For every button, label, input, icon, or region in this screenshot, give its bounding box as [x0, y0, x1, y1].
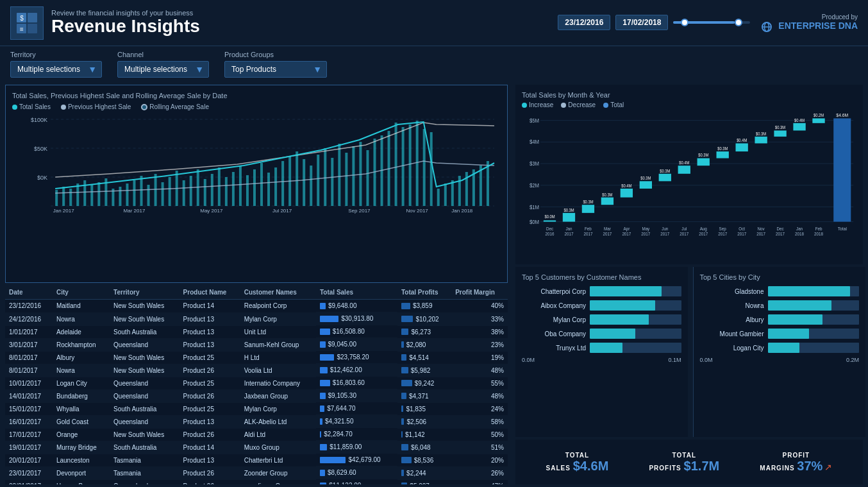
- cell-product: Product 13: [179, 454, 240, 466]
- col-territory[interactable]: Territory: [110, 286, 179, 300]
- cell-margin: 55%: [451, 377, 508, 389]
- date-end-badge[interactable]: 17/02/2018: [615, 15, 668, 30]
- cell-customer: Aldi Ltd: [240, 428, 316, 441]
- cell-territory: New South Wales: [110, 428, 179, 441]
- cell-profits: $1,835: [397, 402, 451, 415]
- table-scroll[interactable]: Date City Territory Product Name Custome…: [5, 286, 508, 484]
- app-icon: $ ≡: [10, 6, 44, 40]
- left-column: Total Sales, Previous Highest Sale and R…: [0, 82, 513, 487]
- cell-customer: sanofi-ave Group: [240, 479, 316, 484]
- cell-territory: Tasmania: [110, 466, 179, 479]
- svg-rect-65: [402, 127, 405, 206]
- cell-date: 3/01/2017: [5, 338, 53, 351]
- col-date[interactable]: Date: [5, 286, 53, 300]
- svg-rect-68: [423, 129, 426, 206]
- cell-city: Launceston: [53, 454, 110, 466]
- col-product[interactable]: Product Name: [179, 286, 240, 300]
- line-chart-svg: $100K $50K $0K: [12, 113, 501, 216]
- col-customer[interactable]: Customer Names: [240, 286, 316, 300]
- cell-city: Nowra: [53, 364, 110, 377]
- cell-territory: Queensland: [110, 415, 179, 428]
- cell-city: Murray Bridge: [53, 441, 110, 454]
- cell-sales: $2,284.70: [316, 428, 397, 441]
- cell-product: Product 26: [179, 466, 240, 479]
- svg-rect-36: [197, 169, 199, 206]
- legend-decrease: Decrease: [561, 101, 596, 108]
- customer-bar-fill: [590, 314, 649, 325]
- city-bar-fill: [768, 286, 850, 296]
- cell-customer: Mylan Corp: [240, 312, 316, 325]
- col-city[interactable]: City: [53, 286, 110, 300]
- cell-city: Orange: [53, 428, 110, 441]
- cell-margin: 20%: [451, 454, 508, 466]
- city-bar-fill: [768, 300, 832, 311]
- svg-text:2017: 2017: [564, 231, 573, 235]
- svg-rect-21: [90, 185, 93, 206]
- customer-bar-fill: [590, 343, 622, 353]
- cell-date: 15/01/2017: [5, 402, 53, 415]
- product-groups-select-wrapper[interactable]: Top Products ▼: [224, 61, 327, 78]
- date-start-badge[interactable]: 23/12/2016: [558, 15, 610, 30]
- table-row: 15/01/2017 Whyalla South Australia Produ…: [5, 402, 508, 415]
- customer-name: Aibox Company: [522, 302, 586, 309]
- cell-product: Product 14: [179, 300, 240, 313]
- channel-select-wrapper[interactable]: Multiple selections ▼: [117, 61, 209, 78]
- col-margin[interactable]: Profit Margin: [451, 286, 508, 300]
- svg-rect-42: [239, 166, 242, 206]
- svg-rect-40: [225, 177, 228, 206]
- svg-rect-54: [324, 148, 326, 206]
- svg-text:Mar: Mar: [604, 226, 612, 231]
- cell-date: 24/12/2016: [5, 312, 53, 325]
- city-name: Nowra: [700, 302, 764, 309]
- svg-text:$100K: $100K: [31, 117, 47, 123]
- cell-profits: $2,506: [397, 415, 451, 428]
- svg-rect-70: [437, 189, 440, 206]
- line-chart-title: Total Sales, Previous Highest Sale and R…: [12, 92, 501, 99]
- header-title: Revenue Insights: [51, 17, 558, 37]
- svg-text:≡: ≡: [20, 26, 24, 33]
- svg-rect-30: [154, 174, 157, 206]
- svg-rect-39: [218, 167, 221, 206]
- svg-text:$0.4M: $0.4M: [737, 139, 747, 142]
- svg-rect-69: [430, 132, 433, 206]
- col-sales[interactable]: Total Sales: [316, 286, 397, 300]
- svg-rect-35: [190, 176, 192, 206]
- cell-date: 1/01/2017: [5, 325, 53, 338]
- customer-name: Mylan Corp: [522, 316, 586, 323]
- cell-margin: 33%: [451, 312, 508, 325]
- channel-select[interactable]: Multiple selections: [117, 61, 209, 78]
- svg-text:2017: 2017: [699, 231, 708, 235]
- cell-city: Whyalla: [53, 402, 110, 415]
- svg-rect-72: [451, 180, 454, 206]
- cell-sales: $11,859.00: [316, 441, 397, 454]
- city-bar-track: [768, 343, 860, 353]
- svg-text:Mar 2017: Mar 2017: [124, 208, 146, 214]
- cell-date: 20/01/2017: [5, 454, 53, 466]
- date-slider[interactable]: [673, 21, 750, 24]
- cell-customer: Unit Ltd: [240, 325, 316, 338]
- cell-sales: $7,644.70: [316, 402, 397, 415]
- svg-text:$0M: $0M: [530, 219, 539, 225]
- city-name: Albury: [700, 316, 764, 323]
- product-groups-label: Product Groups: [224, 51, 327, 58]
- svg-text:$0.3M: $0.3M: [583, 200, 593, 204]
- cell-margin: 48%: [451, 364, 508, 377]
- waterfall-title: Total Sales by Month & Year: [522, 91, 856, 99]
- channel-label: Channel: [117, 51, 209, 58]
- customer-bar-track: [590, 300, 681, 311]
- svg-rect-117: [736, 143, 748, 151]
- svg-text:Jan: Jan: [565, 226, 572, 231]
- header: $ ≡ Review the financial insights of you…: [0, 0, 868, 46]
- svg-text:Nov: Nov: [758, 226, 765, 231]
- waterfall-panel: Total Sales by Month & Year Increase Dec…: [515, 85, 863, 264]
- table-row: 8/01/2017 Nowra New South Wales Product …: [5, 364, 508, 377]
- header-text: Review the financial insights of your bu…: [51, 9, 558, 37]
- product-groups-select[interactable]: Top Products: [224, 61, 327, 78]
- territory-select-wrapper[interactable]: Multiple selections ▼: [10, 61, 102, 78]
- col-profits[interactable]: Total Profits: [397, 286, 451, 300]
- cell-profits: $1,142: [397, 428, 451, 441]
- cell-city: Albury: [53, 351, 110, 364]
- cell-product: Product 26: [179, 479, 240, 484]
- territory-select[interactable]: Multiple selections: [10, 61, 102, 78]
- cell-city: Logan City: [53, 377, 110, 389]
